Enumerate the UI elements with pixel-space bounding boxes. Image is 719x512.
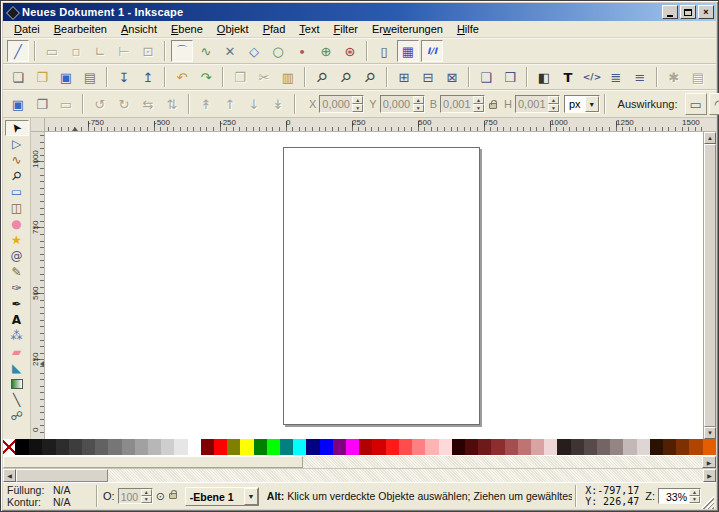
open-folder-button[interactable]: ❐ xyxy=(31,66,53,88)
aspect-lock-icon[interactable] xyxy=(489,103,497,109)
text-dialog-button[interactable]: T xyxy=(557,66,579,88)
palette-swatch[interactable] xyxy=(95,439,108,455)
duplicate-button[interactable]: ⊞ xyxy=(393,66,415,88)
flip-vertical-button[interactable]: ⇅ xyxy=(161,93,183,115)
palette-scroll-right-button[interactable]: ▶ xyxy=(702,456,716,468)
horizontal-ruler[interactable]: -750-500-2500250500750100012501500 xyxy=(45,118,703,132)
x-field[interactable]: 0,000 ▲▼ xyxy=(319,95,364,113)
text-tool-button[interactable]: A xyxy=(5,312,29,328)
scale-corners-toggle-button[interactable]: ◠ xyxy=(709,93,719,115)
layer-lock-icon[interactable] xyxy=(169,493,177,499)
lower-to-bottom-button[interactable]: ↡ xyxy=(267,93,289,115)
no-color-swatch[interactable] xyxy=(3,439,16,455)
layer-visibility-eye-icon[interactable]: ⊙ xyxy=(156,490,165,503)
maximize-button[interactable] xyxy=(680,5,696,19)
palette-swatch[interactable] xyxy=(135,439,148,455)
palette-swatch[interactable] xyxy=(597,439,610,455)
flip-horizontal-button[interactable]: ⇆ xyxy=(137,93,159,115)
redo-button[interactable]: ↷ xyxy=(195,66,217,88)
snap-bbox-edges-button[interactable]: ▫ xyxy=(65,40,87,62)
palette-swatch[interactable] xyxy=(544,439,557,455)
height-spin-up[interactable]: ▲ xyxy=(548,96,559,104)
palette-swatch[interactable] xyxy=(505,439,518,455)
horizontal-scrollbar[interactable]: ◀ ▶ xyxy=(3,468,716,482)
snap-cusp-nodes-button[interactable]: ◇ xyxy=(243,40,265,62)
node-tool-button[interactable]: ▷ xyxy=(5,136,29,152)
group-button[interactable]: ❑ xyxy=(475,66,497,88)
snap-object-centers-button[interactable]: ⊕ xyxy=(315,40,337,62)
palette-swatch[interactable] xyxy=(188,439,201,455)
palette-swatch[interactable] xyxy=(610,439,623,455)
palette-swatch[interactable] xyxy=(465,439,478,455)
x-spin-down[interactable]: ▼ xyxy=(352,104,363,112)
spiral-tool-button[interactable]: @ xyxy=(5,248,29,264)
document-properties-button[interactable]: ▤ xyxy=(687,66,709,88)
print-document-button[interactable]: ▤ xyxy=(79,66,101,88)
palette-swatch[interactable] xyxy=(56,439,69,455)
height-spin-down[interactable]: ▼ xyxy=(548,104,559,112)
palette-swatch[interactable] xyxy=(386,439,399,455)
canvas[interactable] xyxy=(45,132,703,439)
menu-erweiterungen[interactable]: Erweiterungen xyxy=(365,22,450,36)
zoom-selection-button[interactable]: ⚲ xyxy=(311,66,333,88)
menu-ebene[interactable]: Ebene xyxy=(164,22,210,36)
palette-swatch[interactable] xyxy=(557,439,570,455)
palette-swatch[interactable] xyxy=(623,439,636,455)
zoom-field[interactable]: 33% ▲▼ xyxy=(658,488,701,504)
opacity-field[interactable]: 100 ▲▼ xyxy=(118,488,153,504)
x-spin-up[interactable]: ▲ xyxy=(352,96,363,104)
tweak-tool-button[interactable]: ∿ xyxy=(5,152,29,168)
new-document-button[interactable]: ❏ xyxy=(7,66,29,88)
preferences-button[interactable]: ✱ xyxy=(663,66,685,88)
palette-swatch[interactable] xyxy=(650,439,663,455)
bucket-tool-button[interactable]: ◣ xyxy=(5,360,29,376)
palette-swatch[interactable] xyxy=(69,439,82,455)
snap-enable-button[interactable]: ╱ xyxy=(7,40,29,62)
palette-swatch[interactable] xyxy=(240,439,253,455)
zoom-spin-down[interactable]: ▼ xyxy=(689,496,700,503)
palette-swatch[interactable] xyxy=(584,439,597,455)
menu-objekt[interactable]: Objekt xyxy=(210,22,256,36)
palette-swatch[interactable] xyxy=(148,439,161,455)
snap-bbox-corners-button[interactable]: ∟ xyxy=(89,40,111,62)
fill-stroke-indicator[interactable]: Füllung: N/A Kontur: N/A xyxy=(5,484,93,508)
menu-ansicht[interactable]: Ansicht xyxy=(114,22,164,36)
palette-swatch[interactable] xyxy=(333,439,346,455)
palette-swatch[interactable] xyxy=(518,439,531,455)
palette-swatch[interactable] xyxy=(531,439,544,455)
title-bar[interactable]: Neues Dokument 1 - Inkscape × xyxy=(3,3,716,21)
horizontal-scrollbar-track[interactable] xyxy=(108,469,703,482)
window-resize-grip[interactable] xyxy=(701,496,714,509)
palette-swatch[interactable] xyxy=(359,439,372,455)
menu-text[interactable]: Text xyxy=(292,22,326,36)
connector-tool-button[interactable]: ☍ xyxy=(5,408,29,424)
palette-swatch[interactable] xyxy=(491,439,504,455)
zoom-drawing-button[interactable]: ⚲ xyxy=(335,66,357,88)
align-dialog-button[interactable]: ≣ xyxy=(605,66,627,88)
palette-scrollbar-track[interactable] xyxy=(303,456,702,468)
zoom-page-button[interactable]: ⚲ xyxy=(359,66,381,88)
palette-swatch[interactable] xyxy=(267,439,280,455)
menu-bearbeiten[interactable]: Bearbeiten xyxy=(47,22,114,36)
palette-swatch[interactable] xyxy=(703,439,716,455)
palette-swatch[interactable] xyxy=(214,439,227,455)
palette-swatch[interactable] xyxy=(254,439,267,455)
snap-bbox-button[interactable]: ▭ xyxy=(41,40,63,62)
zoom-tool-button[interactable]: ⚲ xyxy=(5,168,29,184)
y-spin-up[interactable]: ▲ xyxy=(413,96,424,104)
palette-swatch[interactable] xyxy=(82,439,95,455)
opacity-spin-down[interactable]: ▼ xyxy=(141,496,152,503)
menu-hilfe[interactable]: Hilfe xyxy=(450,22,486,36)
scroll-down-button[interactable]: ▼ xyxy=(704,427,716,439)
box3d-tool-button[interactable]: ◫ xyxy=(5,200,29,216)
units-combo[interactable]: px ▼ xyxy=(564,95,600,113)
cut-button[interactable]: ✂ xyxy=(253,66,275,88)
spray-tool-button[interactable]: ⁂ xyxy=(5,328,29,344)
save-document-button[interactable]: ▣ xyxy=(55,66,77,88)
snap-bbox-centers-button[interactable]: ⊡ xyxy=(137,40,159,62)
fill-stroke-dialog-button[interactable]: ◧ xyxy=(533,66,555,88)
palette-swatch[interactable] xyxy=(16,439,29,455)
dropper-tool-button[interactable]: ╲ xyxy=(5,392,29,408)
vertical-ruler[interactable]: 10007505002500 xyxy=(31,132,45,439)
opacity-spin-up[interactable]: ▲ xyxy=(141,489,152,496)
